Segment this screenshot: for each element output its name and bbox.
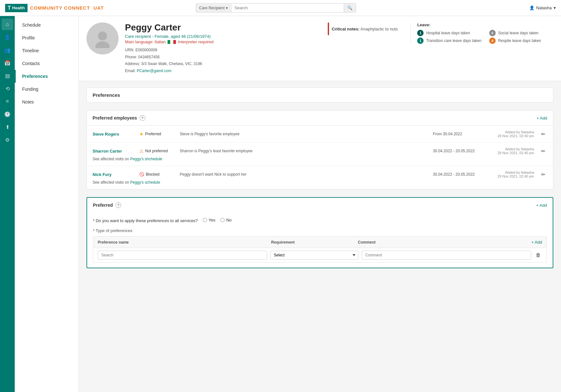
affected-visits-sharron: See affected visits on Peggy's shchedule bbox=[93, 157, 547, 161]
top-nav: T Health COMMUNITY CONNECT UAT Care Reci… bbox=[0, 0, 561, 16]
preferred-employees-help-icon[interactable]: ? bbox=[140, 115, 145, 121]
preferred-form-card: Preferred ? + Add * Do you want to apply… bbox=[87, 197, 553, 268]
table-row: Sharron Carter ⚠ Not preferred Sharron i… bbox=[87, 143, 553, 166]
sidebar-item-contacts[interactable]: Contacts bbox=[15, 57, 78, 70]
preferred-employees-add-btn[interactable]: + Add bbox=[536, 116, 547, 121]
employee-status-nick: 🚫 Blocked bbox=[139, 172, 175, 177]
employee-name-steve[interactable]: Steve Rogers bbox=[93, 132, 134, 137]
radio-yes[interactable]: Yes bbox=[203, 218, 215, 222]
chevron-down-icon: ▾ bbox=[226, 6, 228, 10]
employee-note-steve: Steve is Peggy's favorite employee bbox=[180, 132, 428, 136]
leave-row-hospital: 1 Hospital leave days taken bbox=[417, 30, 481, 36]
icon-sidebar: ⌂ 👤 👥 📅 ▤ ⟲ ≡ 🕐 ⬆ ⚙ bbox=[0, 16, 15, 392]
employee-date-sharron: 30.04.2022 - 20.05.2022 bbox=[433, 149, 484, 153]
patient-subtitle: Care recipient - Female, aged 46 (21/06/… bbox=[125, 34, 315, 39]
leave-section: Leave: 1 Hospital leave days taken 0 Soc… bbox=[410, 22, 553, 44]
search-prefix[interactable]: Care Recipient ▾ bbox=[196, 4, 231, 12]
svg-point-0 bbox=[98, 31, 107, 40]
leave-badge-social: 0 bbox=[489, 30, 496, 36]
employee-added-sharron: Added by Natasha29 Nov 2021, 02:40 pm bbox=[489, 147, 534, 155]
search-bar[interactable]: Care Recipient ▾ 🔍 bbox=[196, 3, 356, 13]
employee-name-sharron[interactable]: Sharron Carter bbox=[93, 149, 134, 154]
patient-email: Email: PCarter@gamil.com bbox=[125, 68, 315, 75]
star-icon: ★ bbox=[139, 131, 144, 137]
flag-italian bbox=[168, 40, 176, 44]
sidebar-item-profile[interactable]: Profile bbox=[15, 31, 78, 44]
search-input[interactable] bbox=[231, 4, 344, 12]
radio-no[interactable]: No bbox=[220, 218, 232, 222]
sidebar-icon-clock[interactable]: 🕐 bbox=[2, 108, 13, 120]
main-content: Peggy Carter Care recipient - Female, ag… bbox=[79, 16, 561, 392]
critical-notes: Critical notes: Anaphylactic to nuts bbox=[321, 22, 404, 35]
sidebar-item-timeline[interactable]: Timeline bbox=[15, 44, 78, 57]
apply-all-radio-group: Yes No bbox=[203, 218, 232, 222]
patient-language: Main language: Italian Interpreter requi… bbox=[125, 39, 315, 44]
leave-row-social: 0 Social leave days taken bbox=[489, 30, 553, 36]
nick-schedule-link[interactable]: Peggy's schedule bbox=[130, 180, 160, 185]
sharron-schedule-link[interactable]: Peggy's shchedule bbox=[130, 157, 162, 161]
svg-point-1 bbox=[95, 41, 110, 48]
employee-edit-steve[interactable]: ✏ bbox=[539, 130, 547, 138]
patient-email-link[interactable]: PCarter@gamil.com bbox=[137, 69, 171, 73]
pref-requirement-select[interactable]: Select bbox=[270, 251, 359, 260]
col-comment: Comment bbox=[358, 240, 531, 245]
sidebar-icon-person[interactable]: 👤 bbox=[2, 31, 13, 43]
preferred-add-btn[interactable]: + Add bbox=[536, 203, 547, 208]
employee-edit-nick[interactable]: ✏ bbox=[539, 171, 547, 178]
sidebar-item-schedule[interactable]: Schedule bbox=[15, 19, 78, 31]
preferred-form-header: Preferred ? + Add bbox=[87, 198, 553, 213]
search-icon[interactable]: 🔍 bbox=[344, 4, 356, 12]
col-pref-name: Preference name bbox=[98, 240, 271, 245]
warning-icon: ⚠ bbox=[139, 148, 144, 154]
sidebar-icon-upload[interactable]: ⬆ bbox=[2, 121, 13, 133]
preferred-employees-header: Preferred employees ? + Add bbox=[87, 111, 553, 126]
leave-row-transition: 1 Transition care leave days taken bbox=[417, 38, 481, 44]
sidebar-item-notes[interactable]: Notes bbox=[15, 96, 78, 108]
apply-all-question: * Do you want to apply these preferences… bbox=[93, 218, 547, 223]
leave-title: Leave: bbox=[417, 22, 553, 27]
sidebar-icon-group[interactable]: 👥 bbox=[2, 44, 13, 56]
pref-table-row: Select 🗑 bbox=[93, 248, 547, 263]
telstra-logo: T bbox=[8, 5, 11, 11]
preferences-title-card: Preferences bbox=[87, 88, 553, 103]
sidebar-icon-calendar[interactable]: 📅 bbox=[2, 57, 13, 69]
employee-edit-sharron[interactable]: ✏ bbox=[539, 147, 547, 155]
leave-badge-hospital: 1 bbox=[417, 30, 424, 36]
preferences-heading: Preferences bbox=[87, 88, 553, 102]
user-menu[interactable]: 👤 Natasha ▾ bbox=[529, 5, 556, 10]
patient-name: Peggy Carter bbox=[125, 22, 315, 33]
leave-label-respite: Respite leave days taken bbox=[498, 38, 541, 43]
preferred-employees-title: Preferred employees bbox=[93, 115, 137, 121]
preferred-help-icon[interactable]: ? bbox=[115, 202, 121, 208]
preferred-employees-card: Preferred employees ? + Add Steve Rogers… bbox=[87, 110, 553, 189]
critical-bar bbox=[328, 22, 329, 35]
sidebar-icon-view[interactable]: ▤ bbox=[2, 70, 13, 81]
employee-name-nick[interactable]: Nick Fury bbox=[93, 172, 134, 177]
user-icon: 👤 bbox=[529, 5, 534, 10]
user-chevron-icon: ▾ bbox=[554, 5, 556, 10]
pref-comment-input[interactable] bbox=[362, 251, 531, 260]
patient-header: Peggy Carter Care recipient - Female, ag… bbox=[79, 16, 561, 81]
sidebar-icon-settings[interactable]: ⚙ bbox=[2, 134, 13, 146]
avatar bbox=[87, 22, 119, 54]
leave-label-transition: Transition care leave days taken bbox=[426, 38, 481, 43]
sidebar-icon-history[interactable]: ⟲ bbox=[2, 83, 13, 94]
col-requirement: Requirement bbox=[271, 240, 358, 245]
leave-badge-respite: 4 bbox=[489, 38, 496, 44]
pref-name-search-input[interactable] bbox=[98, 251, 267, 260]
employee-note-sharron: Sharron is Peggy's least favorite employ… bbox=[180, 149, 428, 153]
preferred-form-body: * Do you want to apply these preferences… bbox=[87, 213, 553, 268]
pref-table-header: Preference name Requirement Comment + Ad… bbox=[93, 236, 547, 248]
pref-table-add: + Add bbox=[531, 240, 542, 245]
interpreter-label: Interpreter required bbox=[178, 39, 213, 44]
sidebar-icon-list[interactable]: ≡ bbox=[2, 96, 13, 107]
sidebar-item-preferences[interactable]: Preferences bbox=[15, 70, 78, 83]
table-row: Nick Fury 🚫 Blocked Peggy doesn't want N… bbox=[87, 166, 553, 189]
pref-row-delete-btn[interactable]: 🗑 bbox=[534, 252, 542, 259]
leave-label-social: Social leave days taken bbox=[498, 31, 539, 35]
pref-row-add-btn[interactable]: + Add bbox=[531, 240, 542, 245]
leave-row-respite: 4 Respite leave days taken bbox=[489, 38, 553, 44]
sidebar-icon-home[interactable]: ⌂ bbox=[2, 19, 13, 30]
sidebar-item-funding[interactable]: Funding bbox=[15, 83, 78, 96]
health-label: Health bbox=[12, 5, 25, 10]
